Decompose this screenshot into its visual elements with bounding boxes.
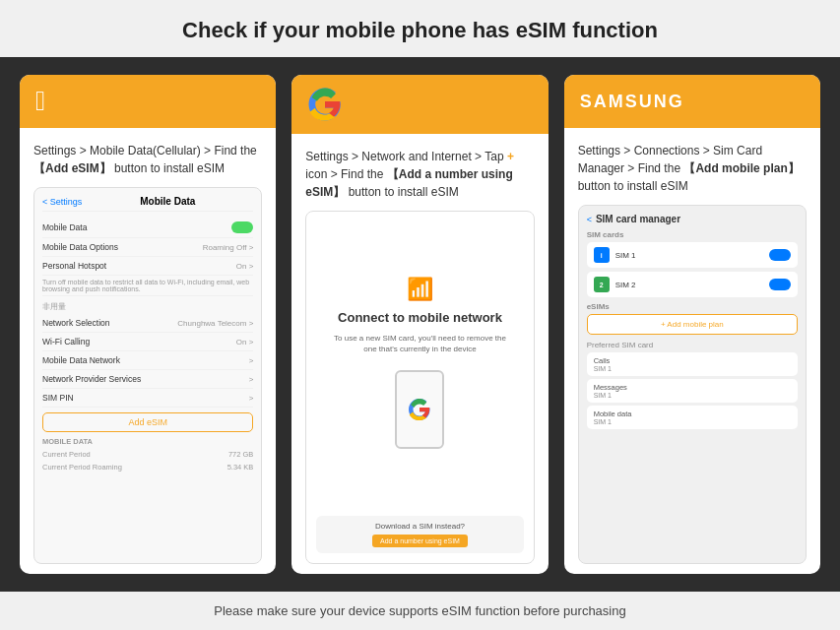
- usage-section: 非用量: [42, 301, 253, 312]
- connect-desc: To use a new SIM card, you'll need to re…: [328, 333, 511, 354]
- calls-label: Calls: [594, 356, 791, 365]
- apple-card:  Settings > Mobile Data(Cellular) > Fin…: [20, 75, 276, 574]
- add-esim-button[interactable]: Add eSIM: [42, 412, 253, 432]
- samsung-screen-header: < SIM card manager: [587, 214, 798, 224]
- messages-pref-row: Messages SIM 1: [587, 379, 798, 403]
- sim1-name: SIM 1: [615, 251, 769, 260]
- wifi-calling-label: Wi-Fi Calling: [42, 337, 90, 346]
- google-card-header: [291, 75, 548, 134]
- mobile-data-note: Turn off mobile data to restrict all dat…: [42, 276, 253, 296]
- mobile-data-toggle[interactable]: [231, 221, 253, 233]
- google-description: Settings > Network and Internet > Tap + …: [305, 148, 534, 201]
- network-selection-value: Chunghwa Telecom >: [177, 319, 253, 328]
- calls-pref-row: Calls SIM 1: [587, 352, 798, 376]
- cards-container:  Settings > Mobile Data(Cellular) > Fin…: [0, 57, 840, 592]
- mobile-data-pref-value: SIM 1: [594, 418, 791, 425]
- download-sim-section: Download a SIM instead? Add a number usi…: [316, 516, 523, 553]
- sim1-toggle[interactable]: [769, 249, 791, 261]
- apple-description: Settings > Mobile Data(Cellular) > Find …: [33, 142, 262, 177]
- mobile-data-pref-row: Mobile data SIM 1: [587, 406, 798, 429]
- apple-card-body: Settings > Mobile Data(Cellular) > Find …: [20, 128, 276, 574]
- apple-card-header: : [20, 75, 276, 128]
- samsung-card: SAMSUNG Settings > Connections > Sim Car…: [564, 75, 820, 574]
- mobile-data-label: Mobile Data: [42, 222, 87, 232]
- samsung-card-header: SAMSUNG: [564, 75, 820, 128]
- network-provider-value: >: [249, 375, 254, 384]
- add-number-button[interactable]: Add a number using eSIM: [372, 535, 468, 547]
- google-card: Settings > Network and Internet > Tap + …: [291, 75, 548, 574]
- samsung-card-body: Settings > Connections > Sim Card Manage…: [564, 128, 820, 574]
- google-phone-image: [395, 370, 444, 449]
- page-title: Check if your mobile phone has eSIM func…: [0, 0, 840, 57]
- signal-icon: 📶: [407, 277, 433, 302]
- personal-hotspot-value: On >: [236, 262, 254, 271]
- current-period-value: 772 GB: [228, 450, 253, 459]
- apple-phone-screen: < Settings Mobile Data Mobile Data Mobil…: [33, 187, 262, 564]
- google-connect-section: 📶 Connect to mobile network To use a new…: [316, 221, 523, 516]
- apple-screen-title: Mobile Data: [140, 196, 195, 207]
- mobile-data-section: MOBILE DATA Current Period 772 GB Curren…: [42, 437, 253, 473]
- download-sim-text: Download a SIM instead?: [324, 522, 515, 531]
- mobile-data-options-value: Roaming Off >: [203, 243, 254, 252]
- current-period-label: Current Period: [42, 450, 91, 459]
- sim2-icon: 2: [594, 277, 610, 292]
- messages-value: SIM 1: [594, 392, 791, 399]
- personal-hotspot-label: Personal Hotspot: [42, 261, 106, 271]
- mobile-data-section-title: MOBILE DATA: [42, 437, 253, 446]
- sim-pin-value: >: [249, 394, 254, 403]
- sim-pin-label: SIM PIN: [42, 393, 74, 403]
- samsung-back-button: <: [587, 215, 592, 224]
- samsung-logo-text: SAMSUNG: [580, 92, 684, 112]
- sim2-name: SIM 2: [615, 281, 769, 289]
- apple-logo-icon: : [35, 88, 45, 115]
- samsung-description: Settings > Connections > Sim Card Manage…: [578, 142, 807, 195]
- mobile-data-network-label: Mobile Data Network: [42, 355, 120, 365]
- sim2-toggle[interactable]: [769, 279, 791, 290]
- google-phone-screen: 📶 Connect to mobile network To use a new…: [305, 211, 534, 564]
- google-logo-icon: [307, 87, 343, 122]
- sim-cards-section-label: SIM cards: [587, 230, 798, 239]
- network-provider-label: Network Provider Services: [42, 374, 141, 384]
- calls-value: SIM 1: [594, 365, 791, 372]
- esim-section-label: eSIMs: [587, 302, 798, 311]
- network-selection-label: Network Selection: [42, 318, 110, 328]
- sim1-row: i SIM 1: [587, 242, 798, 268]
- preferred-section-label: Preferred SIM card: [587, 341, 798, 349]
- mobile-data-options-label: Mobile Data Options: [42, 242, 118, 252]
- sim1-icon: i: [594, 247, 610, 263]
- wifi-calling-value: On >: [236, 338, 254, 346]
- apple-back-button: < Settings: [42, 197, 82, 207]
- google-card-body: Settings > Network and Internet > Tap + …: [291, 134, 548, 574]
- sim2-row: 2 SIM 2: [587, 272, 798, 297]
- mobile-data-pref-label: Mobile data: [594, 410, 791, 418]
- add-mobile-plan-button[interactable]: + Add mobile plan: [587, 314, 798, 335]
- current-period-roaming-label: Current Period Roaming: [42, 463, 122, 472]
- samsung-screen-title: SIM card manager: [596, 214, 680, 224]
- current-period-roaming-value: 5.34 KB: [227, 463, 254, 472]
- footer-text: Please make sure your device supports eS…: [0, 592, 840, 630]
- samsung-phone-screen: < SIM card manager SIM cards i SIM 1 2 S…: [578, 205, 807, 564]
- messages-label: Messages: [594, 383, 791, 392]
- mobile-data-network-value: >: [249, 356, 254, 365]
- connect-title: Connect to mobile network: [338, 310, 502, 325]
